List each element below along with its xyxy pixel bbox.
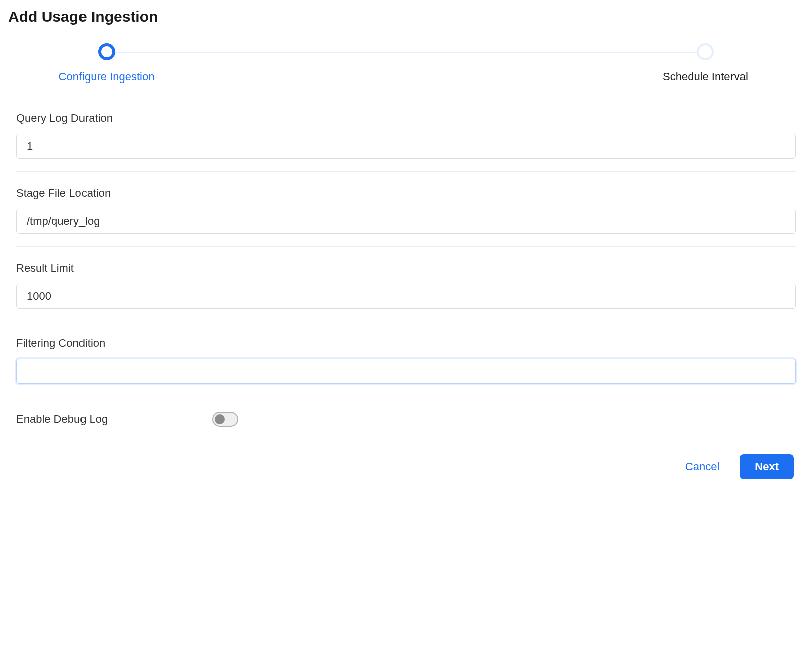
query-log-duration-input[interactable] (16, 134, 796, 159)
step-configure-ingestion[interactable]: Configure Ingestion (16, 43, 197, 84)
button-row: Cancel Next (16, 454, 796, 479)
form-group-filtering-condition: Filtering Condition (16, 337, 796, 396)
result-limit-label: Result Limit (16, 262, 796, 275)
step-circle-active-icon (98, 43, 115, 60)
form-group-enable-debug-log: Enable Debug Log (16, 412, 796, 439)
step-label: Schedule Interval (663, 70, 748, 84)
step-label: Configure Ingestion (59, 70, 155, 84)
next-button[interactable]: Next (740, 454, 794, 479)
cancel-button[interactable]: Cancel (685, 460, 719, 473)
stage-file-location-label: Stage File Location (16, 187, 796, 200)
enable-debug-log-label: Enable Debug Log (16, 413, 212, 426)
page-title: Add Usage Ingestion (8, 8, 804, 25)
form-group-result-limit: Result Limit (16, 262, 796, 321)
form-group-stage-file-location: Stage File Location (16, 187, 796, 247)
filtering-condition-input[interactable] (16, 359, 796, 384)
result-limit-input[interactable] (16, 284, 796, 309)
form-group-query-log-duration: Query Log Duration (16, 112, 796, 172)
stepper: Configure Ingestion Schedule Interval (16, 43, 796, 84)
query-log-duration-label: Query Log Duration (16, 112, 796, 125)
form-wrapper: Query Log Duration Stage File Location R… (16, 112, 796, 479)
stage-file-location-input[interactable] (16, 209, 796, 234)
toggle-knob-icon (215, 414, 225, 424)
step-circle-inactive-icon (697, 43, 714, 60)
filtering-condition-label: Filtering Condition (16, 337, 796, 350)
enable-debug-log-toggle[interactable] (212, 412, 238, 427)
step-schedule-interval[interactable]: Schedule Interval (615, 43, 796, 84)
